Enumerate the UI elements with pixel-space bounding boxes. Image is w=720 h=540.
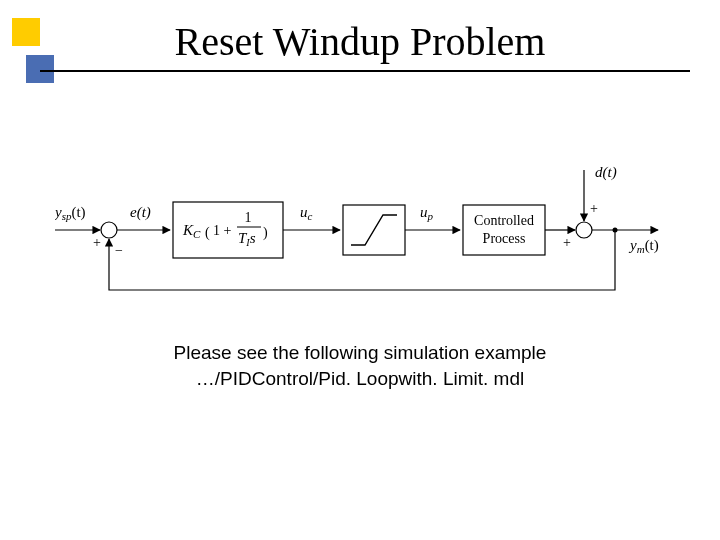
sum-junction-1 <box>101 222 117 238</box>
label-uc: uc <box>300 204 313 222</box>
slide-title: Reset Windup Problem <box>0 18 720 65</box>
label-error: e(t) <box>130 204 151 221</box>
process-label-1: Controlled <box>474 213 534 228</box>
sum2-plus-top: + <box>590 201 598 216</box>
process-label-2: Process <box>483 231 526 246</box>
label-setpoint: ysp(t) <box>55 204 86 222</box>
label-output: ym(t) <box>628 237 659 255</box>
slide-caption: Please see the following simulation exam… <box>0 340 720 391</box>
svg-text:(: ( <box>205 225 210 241</box>
svg-text:1: 1 <box>245 210 252 225</box>
caption-line-1: Please see the following simulation exam… <box>0 340 720 366</box>
title-underline <box>40 70 690 72</box>
label-up: up <box>420 204 434 222</box>
svg-text:1 +: 1 + <box>213 223 232 238</box>
sum2-plus-left: + <box>563 235 571 250</box>
sum1-plus: + <box>93 235 101 250</box>
sum-junction-2 <box>576 222 592 238</box>
block-diagram: ysp(t) + − e(t) KC ( 1 + 1 TIs ) uc up C… <box>55 155 665 305</box>
slide-header: Reset Windup Problem <box>0 0 720 110</box>
caption-line-2: …/PIDControl/Pid. Loopwith. Limit. mdl <box>0 366 720 392</box>
label-disturbance: d(t) <box>595 164 617 181</box>
sum1-minus: − <box>115 243 123 258</box>
svg-text:): ) <box>263 225 268 241</box>
